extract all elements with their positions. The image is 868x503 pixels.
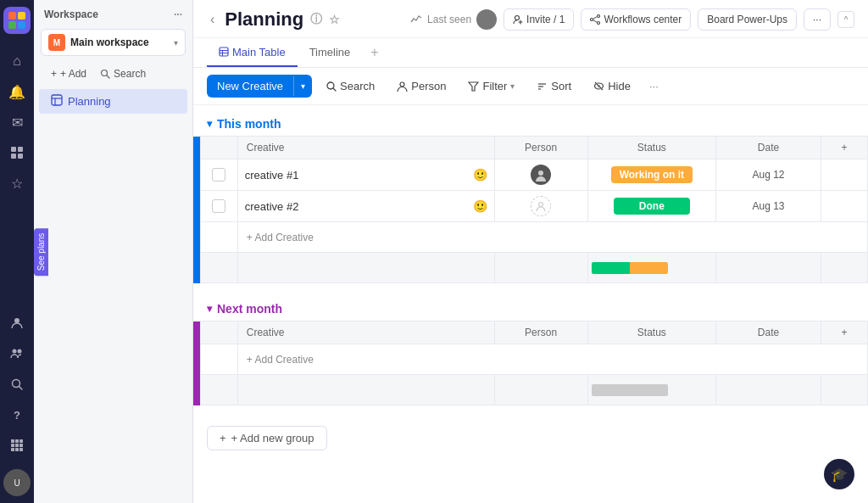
svg-rect-3 [18, 21, 25, 29]
col-date-header-1: Date [716, 137, 821, 159]
summary-green-bar [592, 262, 630, 274]
star-icon[interactable]: ☆ [329, 13, 340, 26]
toolbar-more-button[interactable]: ··· [644, 75, 664, 97]
users-icon[interactable] [3, 340, 31, 367]
smiley-icon-1[interactable]: 🙂 [473, 168, 487, 182]
help-rail-icon[interactable]: ? [3, 401, 31, 428]
checkbox-cell-1[interactable] [200, 159, 237, 191]
collapse-button[interactable]: ^ [837, 11, 854, 28]
date-cell-1[interactable]: Aug 12 [716, 159, 821, 191]
creative-cell-1[interactable]: creative #1 🙂 [237, 159, 494, 191]
board-powerups-button[interactable]: Board Power-Ups [698, 8, 797, 31]
svg-line-40 [333, 88, 336, 91]
workspace-selector[interactable]: M Main workspace ▾ [41, 29, 186, 56]
status-cell-1[interactable]: Working on it [587, 159, 715, 191]
col-checkbox-header-2 [200, 321, 237, 344]
col-checkbox-header-1 [200, 137, 237, 159]
date-cell-2[interactable]: Aug 13 [716, 191, 821, 222]
group-this-month-header[interactable]: ▾ This month [193, 112, 868, 136]
sidebar-more-icon[interactable]: ··· [174, 8, 182, 20]
tab-timeline-label: Timeline [309, 46, 351, 59]
planning-label: Planning [68, 95, 111, 108]
workflows-button[interactable]: Workflows center [581, 8, 691, 31]
filter-dropdown-icon: ▾ [510, 81, 515, 91]
tab-timeline[interactable]: Timeline [298, 39, 363, 67]
new-creative-button[interactable]: New Creative ▾ [207, 75, 312, 98]
work-icon[interactable] [3, 139, 31, 166]
add-group-icon: + [220, 432, 226, 444]
summary-bar-2 [588, 377, 715, 403]
filter-toolbar-button[interactable]: Filter ▾ [459, 75, 523, 97]
this-month-table: Creative Person Status Date + [193, 136, 868, 283]
sidebar-item-planning[interactable]: Planning [39, 89, 187, 114]
table-area: ▾ This month Creative Person Status Date… [193, 105, 868, 503]
trend-icon [410, 14, 422, 25]
add-button[interactable]: + + Add [44, 64, 93, 83]
apps-rail-icon[interactable] [3, 432, 31, 459]
creative-cell-2[interactable]: creative #2 🙂 [237, 191, 494, 222]
col-status-header-2: Status [587, 321, 715, 344]
status-cell-2[interactable]: Done [587, 191, 715, 222]
inbox-icon[interactable]: ✉ [3, 109, 31, 136]
invite-label: Invite / 1 [526, 14, 565, 25]
svg-rect-7 [18, 154, 23, 159]
new-creative-dropdown-arrow[interactable]: ▾ [293, 76, 312, 96]
svg-rect-17 [15, 444, 19, 447]
svg-point-31 [598, 15, 600, 18]
table-row: creative #1 🙂 [193, 159, 868, 191]
bell-icon[interactable]: 🔔 [3, 78, 31, 105]
svg-rect-13 [11, 439, 14, 443]
smiley-icon-2[interactable]: 🙂 [473, 199, 487, 213]
checkbox-cell-2[interactable] [200, 191, 237, 222]
creative-name-2: creative #2 [245, 200, 299, 213]
search-toolbar-button[interactable]: Search [317, 75, 383, 97]
add-group-button[interactable]: + + Add new group [207, 426, 327, 450]
new-creative-label: New Creative [207, 75, 293, 98]
user-avatar-rail[interactable]: U [3, 469, 31, 496]
person-toolbar-button[interactable]: Person [388, 75, 454, 97]
col-status-header-1: Status [587, 137, 715, 159]
add-creative-row-1: + Add Creative [193, 222, 868, 253]
user-plus-icon [513, 14, 523, 25]
help-button[interactable]: 🎓 [824, 459, 854, 489]
board-powerups-label: Board Power-Ups [707, 14, 787, 25]
back-button[interactable]: ‹ [207, 10, 218, 29]
home-icon[interactable]: ⌂ [3, 48, 31, 75]
logo-icon[interactable] [3, 7, 31, 34]
invite-button[interactable]: Invite / 1 [504, 8, 574, 31]
search-rail-icon[interactable] [3, 371, 31, 398]
tab-main-table[interactable]: Main Table [207, 39, 298, 67]
person-cell-1[interactable] [494, 159, 587, 191]
header-more-button[interactable]: ··· [804, 8, 831, 31]
col-add-header-2[interactable]: + [821, 321, 867, 344]
svg-rect-21 [19, 448, 23, 451]
hide-toolbar-icon [593, 81, 604, 92]
col-creative-header-1: Creative [237, 137, 494, 159]
search-button[interactable]: Search [93, 64, 153, 83]
person-cell-2[interactable] [494, 191, 587, 222]
add-tab-button[interactable]: + [362, 38, 387, 67]
add-cell-1 [821, 159, 867, 191]
workspace-avatar: M [48, 34, 65, 51]
top-bar-actions: Last seen Invite / 1 Workflows center Bo… [410, 8, 854, 31]
planning-icon [51, 94, 63, 109]
last-seen-area: Last seen [410, 9, 497, 30]
group-chevron-next-month: ▾ [207, 303, 212, 315]
row-checkbox-1[interactable] [212, 168, 225, 182]
sort-toolbar-button[interactable]: Sort [528, 75, 580, 97]
add-creative-button-1[interactable]: + Add Creative [238, 224, 867, 251]
top-bar: ‹ Planning ⓘ ☆ Last seen Invite / 1 Work… [193, 0, 868, 38]
row-checkbox-2[interactable] [212, 199, 225, 213]
svg-rect-24 [52, 95, 62, 105]
hide-toolbar-button[interactable]: Hide [585, 75, 639, 97]
favorite-icon[interactable]: ☆ [3, 170, 31, 197]
add-creative-button-2[interactable]: + Add Creative [238, 346, 867, 373]
col-add-header-1[interactable]: + [821, 137, 867, 159]
next-month-table: Creative Person Status Date + + [193, 321, 868, 405]
tabs-bar: Main Table Timeline + [193, 38, 868, 68]
see-plans-button[interactable]: See plans [34, 227, 48, 275]
group-next-month-header[interactable]: ▾ Next month [193, 297, 868, 321]
status-badge-1: Working on it [611, 166, 693, 183]
people-icon[interactable] [3, 310, 31, 337]
info-icon[interactable]: ⓘ [310, 12, 322, 27]
